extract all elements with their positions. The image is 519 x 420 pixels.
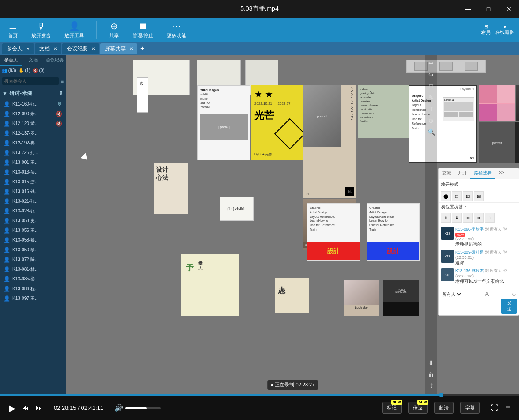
list-item[interactable]: 👤 K13-001-王... [0, 158, 66, 167]
list-item[interactable]: 👤 K13-081-林... [0, 265, 66, 274]
prev-button[interactable]: ⏮ [22, 404, 29, 412]
volume-icon[interactable]: 🔊 [114, 404, 123, 412]
app-container: ☰ 首页 🎙 放开发言 👤 放开工具 ⊕ 共享 ⏹ 管理/停止 ⋯ 更多功能 ⊞… [0, 18, 519, 420]
tools-button[interactable]: 👤 放开工具 [61, 19, 87, 41]
list-item[interactable]: 👤 K13-056-王... [0, 226, 66, 235]
progress-bar[interactable] [0, 394, 519, 396]
tab-add-button[interactable]: + [140, 45, 144, 53]
minimize-button[interactable]: — [458, 0, 478, 18]
pb-btn-1[interactable]: ⬤ [441, 191, 451, 201]
pb-btn-2[interactable]: □ [452, 191, 462, 201]
layout-button[interactable]: ⊞ 布局 [481, 24, 491, 36]
recipient-select[interactable]: 所有人 [440, 291, 462, 297]
canvas-trash-icon[interactable]: 🗑 [428, 371, 434, 378]
mic-icon: 🎙 [37, 21, 45, 31]
canvas-tool-5[interactable]: T [429, 106, 433, 113]
bottom-bar: ▶ ⏮ ⏭ 02:28:15 / 02:41:11 🔊 标记 NEW 倍速 NE… [0, 396, 519, 420]
settings-button[interactable]: ≡ [505, 403, 510, 412]
progress-handle[interactable] [439, 393, 443, 397]
list-item[interactable]: 👤 K13-058-黎... [0, 235, 66, 245]
list-item[interactable]: 👤 K13-072-陈... [0, 255, 66, 265]
canvas-tool-7[interactable]: 🔍 [428, 129, 435, 136]
tab-screen-share[interactable]: 屏幕共享 ✕ [100, 43, 137, 54]
tab-notes-close[interactable]: ✕ [91, 46, 95, 51]
list-item[interactable]: 👤 K13-016-钱... [0, 187, 66, 197]
share-button[interactable]: ⊕ 共享 [106, 19, 122, 41]
tab-attendees-close[interactable]: ✕ [26, 46, 30, 51]
person-icon: 👤 [4, 179, 10, 185]
subtitle-button[interactable]: 字幕 [460, 402, 480, 414]
next-button[interactable]: ⏭ [36, 404, 43, 412]
pos-btn-2[interactable]: ⇓ [452, 213, 462, 223]
list-item[interactable]: 👤 K11-160-张... 🎙 [0, 99, 66, 109]
tab-attendees[interactable]: 参会人 ✕ [2, 43, 34, 54]
pb-btn-4[interactable]: ⊞ [474, 191, 484, 201]
tab-docs[interactable]: 文档 ✕ [35, 43, 61, 54]
canvas-download-icon[interactable]: ⬇ [428, 359, 434, 367]
send-button[interactable]: 发送 [501, 299, 517, 314]
canvas-tool-4[interactable]: ✎ [428, 94, 434, 101]
member-name: K12-090-米... [12, 111, 38, 117]
list-item[interactable]: 👤 K12-192-冉... [0, 138, 66, 148]
maximize-button[interactable]: □ [478, 0, 499, 18]
list-item[interactable]: 👤 K13-085-娄... [0, 274, 66, 284]
list-item[interactable]: 👤 K13-021-张... [0, 197, 66, 206]
member-name: K13-072-陈... [12, 257, 38, 263]
member-name: K13-097-王... [12, 295, 38, 302]
playback-tab-chat[interactable]: 交流 [439, 168, 455, 179]
more-button[interactable]: ⋯ 更多功能 [163, 19, 190, 41]
sidebar-header[interactable]: ▼ 研讨-米健 🎙 [0, 87, 66, 99]
list-item[interactable]: 👤 K13-028-张... [0, 206, 66, 216]
recording-timestamp: ● 正在录制 02:28:27 [267, 380, 318, 390]
pos-btn-3[interactable]: ⇐ [463, 213, 473, 223]
mark-button[interactable]: 标记 NEW [382, 402, 402, 414]
sidebar-tab-docs[interactable]: 文档 [22, 55, 44, 66]
list-item[interactable]: 👤 K13-097-王... [0, 294, 66, 303]
poster-chinese-book: 设计心法 [154, 163, 188, 214]
chat-input[interactable] [440, 303, 501, 309]
speed-button[interactable]: 倍速 NEW [408, 402, 428, 414]
close-button[interactable]: ✕ [499, 0, 519, 18]
tab-docs-close[interactable]: ✕ [53, 46, 57, 51]
pos-btn-4[interactable]: ⇒ [474, 213, 484, 223]
tab-screen-share-close[interactable]: ✕ [129, 46, 133, 51]
playback-button[interactable]: 🎙 放开发言 [28, 19, 54, 41]
canvas-tool-3[interactable]: □ [429, 83, 433, 90]
list-item[interactable]: 👤 K13-015-游... [0, 177, 66, 187]
tab-notes[interactable]: 会议纪要 ✕ [62, 43, 99, 54]
playback-tab-more[interactable]: >> [495, 168, 508, 179]
sidebar-tab-notes[interactable]: 会议纪要 [44, 55, 66, 66]
pos-btn-1[interactable]: ⇑ [441, 213, 451, 223]
list-item[interactable]: 👤 K12-090-米... 🔇 [0, 109, 66, 119]
home-button[interactable]: ☰ 首页 [4, 19, 21, 41]
list-item[interactable]: 👤 K12-120-黄... 🔇 [0, 119, 66, 129]
canvas-tool-1[interactable]: ↩ [428, 60, 434, 67]
canvas-tool-6[interactable]: ⊕ [428, 117, 434, 124]
list-item[interactable]: 👤 K13-050-黎... [0, 245, 66, 255]
japanese-vertical-poster: 恋人 [137, 77, 148, 113]
member-name: K13-028-张... [12, 208, 38, 214]
list-item[interactable]: 👤 K13-053-史... [0, 216, 66, 226]
search-input[interactable] [2, 77, 59, 85]
play-button[interactable]: ▶ [9, 403, 15, 413]
volume-slider[interactable] [125, 407, 161, 409]
volume-area: 🔊 [114, 404, 161, 412]
sidebar-tab-attendees[interactable]: 参会人 [0, 55, 22, 66]
list-item[interactable]: 👤 K13 226 孔... [0, 148, 66, 158]
canvas-share-icon[interactable]: ⤴ [430, 382, 433, 390]
canvas-tool-2[interactable]: ↪ [428, 71, 434, 78]
fullscreen-button[interactable]: ⛶ [491, 403, 499, 412]
canvas-right-toolbar: ↩ ↪ □ ✎ T ⊕ 🔍 ⬇ 🗑 ⤴ [425, 55, 437, 394]
more-icon: ⋯ [172, 21, 181, 31]
pb-btn-3[interactable]: ⊡ [463, 191, 473, 201]
list-item[interactable]: 👤 K13-013-吴... [0, 167, 66, 177]
list-item[interactable]: 👤 K13-086-程... [0, 284, 66, 294]
manage-button[interactable]: ⏹ 管理/停止 [129, 19, 157, 41]
recording-button[interactable]: ● 在线略图 [495, 24, 515, 36]
hd-button[interactable]: 超清 [434, 402, 454, 414]
list-item[interactable]: 👤 K12-137-罗... [0, 129, 66, 138]
pos-btn-5[interactable]: ⊕ [485, 213, 495, 223]
speed-new-badge: NEW [417, 400, 428, 405]
playback-tab-path[interactable]: 路径选择 [470, 168, 495, 179]
playback-tab-open[interactable]: 开开 [455, 168, 470, 179]
